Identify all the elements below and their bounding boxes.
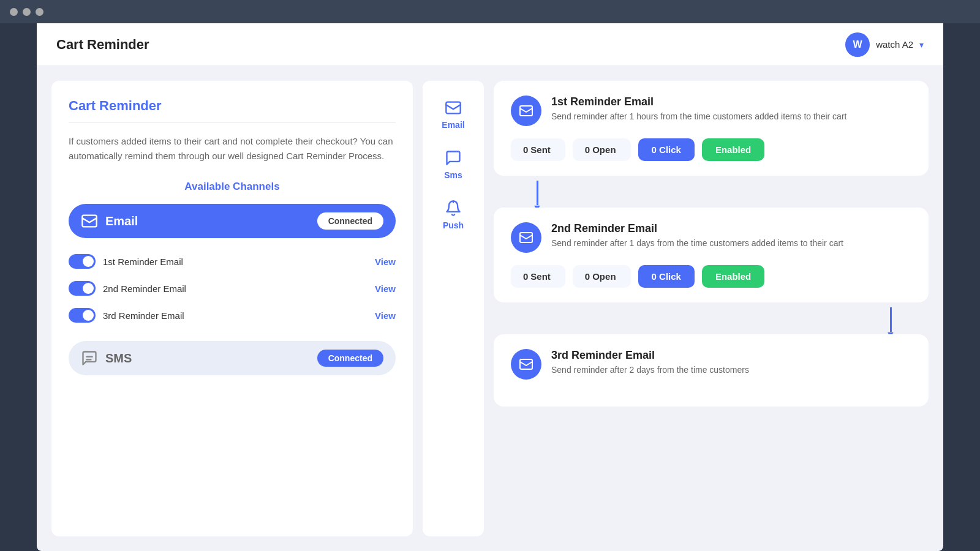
reminder-item-3-left: 3rd Reminder Email <box>69 308 184 323</box>
arrow-line-2 <box>890 307 892 332</box>
reminder-2-open-label: Open <box>592 271 616 282</box>
reminder-card-1: 1st Reminder Email Send reminder after 1… <box>494 81 929 176</box>
arrow-line-1 <box>537 181 538 205</box>
reminder-2-email-icon <box>519 230 533 245</box>
reminder-card-1-header: 1st Reminder Email Send reminder after 1… <box>511 96 911 126</box>
reminder-3-desc: Send reminder after 2 days from the time… <box>551 364 749 377</box>
sms-connected-badge: Connected <box>317 350 383 367</box>
divider <box>69 122 396 123</box>
email-tab-label: Email <box>442 120 464 130</box>
reminder-2-click-label: Click <box>659 271 681 282</box>
push-tab-label: Push <box>443 220 464 230</box>
top-bar: Cart Reminder W watch A2 ▾ <box>37 23 943 66</box>
reminder-2-title: 2nd Reminder Email <box>551 222 843 235</box>
reminder-1-enabled-button[interactable]: Enabled <box>702 138 764 161</box>
sms-channel-name: SMS <box>105 351 132 365</box>
reminder-2-icon-circle <box>511 222 541 253</box>
reminder-1-open-value: 0 <box>585 144 590 155</box>
available-channels-label: Available Channels <box>69 181 396 193</box>
sms-tab-icon <box>445 149 462 167</box>
email-channel-card[interactable]: Email Connected <box>69 204 396 238</box>
email-icon <box>81 212 98 230</box>
email-tab-icon <box>445 99 462 116</box>
svg-rect-4 <box>520 106 532 116</box>
svg-rect-0 <box>82 216 96 227</box>
reminder-2-open-stat: 0Open <box>573 265 631 288</box>
reminder-card-3-header: 3rd Reminder Email Send reminder after 2… <box>511 349 911 380</box>
avatar: W <box>845 32 870 57</box>
tab-push[interactable]: Push <box>426 191 481 239</box>
titlebar <box>0 0 980 23</box>
tab-email[interactable]: Email <box>426 91 481 138</box>
reminder-2-enabled-button[interactable]: Enabled <box>702 265 764 288</box>
reminder-1-open-label: Open <box>592 144 616 155</box>
user-name: watch A2 <box>876 39 913 50</box>
reminder-1-desc: Send reminder after 1 hours from the tim… <box>551 111 846 123</box>
reminder-2-sent-stat: 0Sent <box>511 265 565 288</box>
reminder-1-label: 1st Reminder Email <box>103 257 183 267</box>
sms-channel-left: SMS <box>81 350 132 367</box>
svg-rect-6 <box>520 359 532 369</box>
reminder-2-click-value: 0 <box>652 271 657 282</box>
left-panel-description: If customers added items to their cart a… <box>69 134 396 163</box>
app-title: Cart Reminder <box>56 37 149 53</box>
reminder-1-click-button[interactable]: 0 Click <box>638 138 695 161</box>
reminder-2-sent-label: Sent <box>530 271 551 282</box>
push-tab-icon <box>445 200 462 217</box>
user-area[interactable]: W watch A2 ▾ <box>845 32 924 57</box>
email-channel-left: Email <box>81 212 138 230</box>
reminder-card-2-header: 2nd Reminder Email Send reminder after 1… <box>511 222 911 253</box>
toggle-2nd-reminder[interactable] <box>69 281 96 296</box>
sms-channel-card[interactable]: SMS Connected <box>69 341 396 375</box>
arrow-connector-1 <box>494 181 929 205</box>
view-link-2[interactable]: View <box>375 283 396 294</box>
reminder-1-click-label: Click <box>659 144 681 155</box>
close-button[interactable] <box>10 8 18 16</box>
app-window: Cart Reminder W watch A2 ▾ Cart Reminder… <box>37 23 943 551</box>
maximize-button[interactable] <box>36 8 43 16</box>
left-panel-title: Cart Reminder <box>69 98 396 114</box>
svg-rect-3 <box>446 102 460 114</box>
email-connected-badge: Connected <box>317 212 383 230</box>
tab-sms[interactable]: Sms <box>426 141 481 189</box>
reminder-1-open-stat: 0Open <box>573 138 631 161</box>
reminder-1-stats: 0Sent 0Open 0 Click Enabled <box>511 138 911 161</box>
chevron-down-icon: ▾ <box>919 40 924 50</box>
reminder-1-sent-label: Sent <box>530 144 551 155</box>
reminder-card-3: 3rd Reminder Email Send reminder after 2… <box>494 334 929 407</box>
reminder-2-info: 2nd Reminder Email Send reminder after 1… <box>551 222 843 250</box>
svg-rect-5 <box>520 233 532 242</box>
reminder-2-sent-value: 0 <box>523 271 528 282</box>
view-link-1[interactable]: View <box>375 257 396 267</box>
reminder-item-1-left: 1st Reminder Email <box>69 254 183 269</box>
sms-tab-label: Sms <box>444 170 462 180</box>
arrow-connector-2 <box>494 307 929 332</box>
reminder-1-sent-stat: 0Sent <box>511 138 565 161</box>
reminder-2-click-button[interactable]: 0 Click <box>638 265 695 288</box>
reminder-2-desc: Send reminder after 1 days from the time… <box>551 238 843 250</box>
email-channel-name: Email <box>105 214 138 228</box>
reminder-3-label: 3rd Reminder Email <box>103 310 184 321</box>
reminder-item-2: 2nd Reminder Email View <box>69 275 396 302</box>
reminder-3-icon-circle <box>511 349 541 380</box>
sms-icon <box>81 350 98 367</box>
reminder-2-open-value: 0 <box>585 271 590 282</box>
reminder-card-2: 2nd Reminder Email Send reminder after 1… <box>494 208 929 302</box>
view-link-3[interactable]: View <box>375 310 396 321</box>
reminder-2-stats: 0Sent 0Open 0 Click Enabled <box>511 265 911 288</box>
reminder-1-icon-circle <box>511 96 541 126</box>
right-panel: 1st Reminder Email Send reminder after 1… <box>494 81 929 536</box>
toggle-1st-reminder[interactable] <box>69 254 96 269</box>
main-content: Cart Reminder If customers added items t… <box>37 66 943 551</box>
left-panel: Cart Reminder If customers added items t… <box>51 81 413 536</box>
reminder-item-2-left: 2nd Reminder Email <box>69 281 186 296</box>
reminder-1-click-value: 0 <box>652 144 657 155</box>
reminder-1-title: 1st Reminder Email <box>551 96 846 108</box>
reminder-3-title: 3rd Reminder Email <box>551 349 749 362</box>
reminder-2-label: 2nd Reminder Email <box>103 283 186 294</box>
toggle-3rd-reminder[interactable] <box>69 308 96 323</box>
reminder-list: 1st Reminder Email View 2nd Reminder Ema… <box>69 248 396 329</box>
reminder-1-info: 1st Reminder Email Send reminder after 1… <box>551 96 846 123</box>
minimize-button[interactable] <box>23 8 31 16</box>
reminder-item-3: 3rd Reminder Email View <box>69 302 396 329</box>
